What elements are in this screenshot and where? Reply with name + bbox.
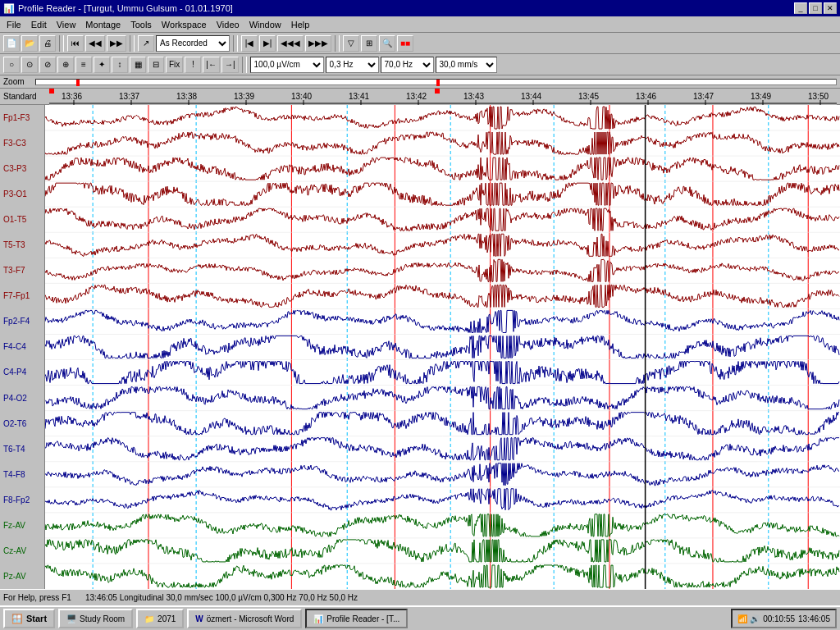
tb2-btn3[interactable]: ⊘	[39, 57, 56, 73]
sensitivity-select[interactable]: 100,0 µV/cm	[250, 57, 324, 73]
taskbar-item-2071[interactable]: 📁 2071	[136, 609, 184, 628]
channel-label-t3f7: T3-F7	[0, 258, 44, 283]
channel-label-fzav: Fz-AV	[0, 513, 44, 538]
tb2-btn10[interactable]: Fix	[166, 57, 183, 73]
channel-label-f3c3: F3-C3	[0, 130, 44, 156]
menu-workspace[interactable]: Workspace	[157, 18, 212, 31]
tb2-btn11[interactable]: !	[185, 57, 201, 73]
channel-label-c3p3: C3-P3	[0, 156, 44, 181]
title-bar: 📊 Profile Reader - [Turgut, Ummu Gulsum …	[0, 0, 840, 16]
window-title: Profile Reader - [Turgut, Ummu Gulsum - …	[18, 3, 233, 13]
tb2-btn6[interactable]: ✦	[94, 57, 110, 73]
scale-button[interactable]: ⊞	[361, 35, 377, 52]
taskbar-clock: 📶 🔊 00:10:55 13:46:05	[731, 609, 837, 628]
zoom-bar: Zoom	[0, 75, 840, 89]
minimize-button[interactable]: _	[794, 2, 807, 14]
channel-label-t5t3: T5-T3	[0, 232, 44, 258]
recording-mode-select[interactable]: As Recorded	[156, 35, 230, 52]
channel-label-pzav: Pz-AV	[0, 564, 44, 589]
menu-view[interactable]: View	[52, 18, 81, 31]
zoom-button[interactable]: 🔍	[379, 35, 395, 52]
profile-reader-icon: 📊	[313, 614, 323, 623]
zoom-label: Zoom	[3, 77, 32, 86]
zoom-thumb2	[436, 80, 440, 86]
taskbar-systray: 📶 🔊	[737, 614, 760, 623]
app-icon: 📊	[3, 3, 15, 14]
tb2-btn13[interactable]: →|	[221, 57, 239, 73]
channel-label-p3o1: P3-O1	[0, 181, 44, 207]
eeg-canvas	[45, 105, 840, 589]
channel-label-t6t4: T6-T4	[0, 436, 44, 462]
channel-label-f4c4: F4-C4	[0, 334, 44, 359]
menu-window[interactable]: Window	[244, 18, 286, 31]
eeg-area[interactable]	[45, 105, 840, 589]
forward-button[interactable]: ▶▶	[107, 35, 126, 52]
marker-next[interactable]: ▶|	[259, 35, 276, 52]
taskbar-item-word[interactable]: W özmert - Microsoft Word	[187, 609, 302, 628]
rewind-button[interactable]: ⏮	[67, 35, 84, 52]
tb2-btn4[interactable]: ⊕	[57, 57, 74, 73]
tb2-btn7[interactable]: ↕	[112, 57, 128, 73]
taskbar-item-profile-reader[interactable]: 📊 Profile Reader - [T...	[305, 609, 408, 628]
main-content: Fp1-F3F3-C3C3-P3P3-O1O1-T5T5-T3T3-F7F7-F…	[0, 105, 840, 589]
print-button[interactable]: 🖨	[39, 35, 56, 52]
start-icon: 🪟	[11, 614, 23, 624]
nav-prev[interactable]: ◀◀◀	[277, 35, 304, 52]
open-button[interactable]: 📂	[21, 35, 38, 52]
channel-label-c4p4: C4-P4	[0, 359, 44, 385]
new-button[interactable]: 📄	[3, 35, 20, 52]
close-button[interactable]: ✕	[824, 2, 837, 14]
channel-label-fp1f3: Fp1-F3	[0, 105, 44, 130]
separator-3	[233, 35, 238, 52]
separator-2	[130, 35, 135, 52]
menu-tools[interactable]: Tools	[126, 18, 157, 31]
filter-button[interactable]: ▽	[343, 35, 359, 52]
tb2-btn9[interactable]: ⊟	[148, 57, 164, 73]
studyroom-icon: 🖥️	[66, 614, 76, 623]
channel-label-p4o2: P4-O2	[0, 386, 44, 411]
channel-label-o2t6: O2-T6	[0, 411, 44, 436]
taskbar: 🪟 Start 🖥️ Study Room 📁 2071 W özmert - …	[0, 605, 840, 630]
word-icon: W	[195, 614, 203, 623]
speed-select[interactable]: 30,0 mm/s	[436, 57, 497, 73]
clock-duration: 00:10:55	[763, 614, 795, 623]
lowcut-select[interactable]: 0,3 Hz	[326, 57, 379, 73]
time-ruler-canvas	[49, 89, 837, 105]
restore-button[interactable]: □	[809, 2, 822, 14]
separator-5	[242, 57, 247, 73]
highcut-select[interactable]: 70,0 Hz	[381, 57, 434, 73]
menu-edit[interactable]: Edit	[26, 18, 52, 31]
start-button[interactable]: 🪟 Start	[3, 609, 55, 628]
menu-bar: File Edit View Montage Tools Workspace V…	[0, 16, 840, 33]
marker-prev[interactable]: |◀	[241, 35, 258, 52]
color-button[interactable]: ■■	[397, 35, 413, 52]
clock-time: 13:46:05	[798, 614, 830, 623]
arrow-button[interactable]: ↗	[138, 35, 154, 52]
toolbar-2: ○ ⊙ ⊘ ⊕ ≡ ✦ ↕ ▦ ⊟ Fix ! |← →| 100,0 µV/c…	[0, 54, 840, 75]
menu-montage[interactable]: Montage	[80, 18, 126, 31]
standard-bar: Standard	[0, 89, 840, 105]
tb2-btn12[interactable]: |←	[203, 57, 220, 73]
channel-label-f7fp1: F7-Fp1	[0, 283, 44, 308]
title-bar-left: 📊 Profile Reader - [Turgut, Ummu Gulsum …	[3, 3, 233, 14]
studyroom-label: Study Room	[80, 614, 125, 623]
channel-label-o1t5: O1-T5	[0, 207, 44, 232]
toolbar-1: 📄 📂 🖨 ⏮ ◀◀ ▶▶ ↗ As Recorded |◀ ▶| ◀◀◀ ▶▶…	[0, 33, 840, 54]
menu-video[interactable]: Video	[212, 18, 244, 31]
standard-label: Standard	[3, 92, 46, 101]
nav-next[interactable]: ▶▶▶	[305, 35, 331, 52]
tb2-btn8[interactable]: ▦	[130, 57, 146, 73]
word-label: özmert - Microsoft Word	[207, 614, 294, 623]
menu-help[interactable]: Help	[286, 18, 315, 31]
zoom-track[interactable]	[35, 79, 837, 85]
tb2-btn1[interactable]: ○	[3, 57, 20, 73]
start-label: Start	[26, 614, 47, 623]
back-button[interactable]: ◀◀	[85, 35, 105, 52]
menu-file[interactable]: File	[2, 18, 26, 31]
taskbar-item-studyroom[interactable]: 🖥️ Study Room	[58, 609, 133, 628]
tb2-btn5[interactable]: ≡	[75, 57, 92, 73]
zoom-thumb	[76, 80, 80, 86]
status-bar: For Help, press F1 13:46:05 Longitudinal…	[0, 589, 840, 605]
channel-label-fp2f4: Fp2-F4	[0, 308, 44, 334]
tb2-btn2[interactable]: ⊙	[21, 57, 38, 73]
